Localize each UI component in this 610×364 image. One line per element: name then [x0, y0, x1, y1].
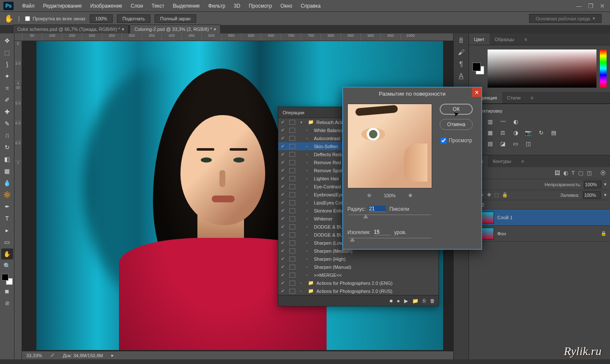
tab-close-icon[interactable]: ×: [214, 27, 216, 32]
history-brush-tool[interactable]: ↻: [1, 142, 13, 153]
dialog-toggle-icon[interactable]: [289, 232, 295, 237]
threshold-input[interactable]: [374, 229, 391, 235]
chevron-icon[interactable]: ›: [306, 160, 311, 165]
chevron-icon[interactable]: ›: [306, 201, 311, 205]
threshold-slider[interactable]: [348, 238, 431, 245]
chevron-icon[interactable]: ›: [306, 193, 311, 197]
threshold-icon[interactable]: ◪: [499, 140, 507, 147]
trash-icon[interactable]: 🗑: [430, 298, 435, 304]
panel-menu-icon[interactable]: ≡: [519, 33, 532, 45]
chevron-icon[interactable]: ›: [306, 168, 311, 173]
chevron-icon[interactable]: ›: [306, 273, 311, 277]
hue-strip[interactable]: [600, 50, 607, 88]
color-picker[interactable]: [488, 50, 596, 88]
menu-select[interactable]: Выделение: [169, 3, 204, 9]
play-icon[interactable]: ▶: [404, 298, 408, 304]
blur-tool[interactable]: 💧: [1, 177, 13, 188]
action-row[interactable]: ✓›>>MERGE<<: [278, 271, 438, 279]
close-icon[interactable]: ✕: [598, 3, 607, 9]
tab-paths[interactable]: Контуры: [488, 155, 516, 167]
dialog-toggle-icon[interactable]: [289, 216, 295, 221]
panel-menu-icon[interactable]: ≡: [516, 155, 529, 167]
dialog-close-button[interactable]: ✕: [472, 88, 481, 97]
bw-icon[interactable]: ◑: [511, 129, 520, 136]
chevron-icon[interactable]: ›: [306, 176, 311, 181]
chevron-icon[interactable]: ›: [306, 128, 311, 132]
chevron-icon[interactable]: ›: [306, 217, 311, 221]
dialog-toggle-icon[interactable]: [289, 152, 295, 157]
chevron-down-icon[interactable]: ▾: [604, 192, 607, 198]
dialog-toggle-icon[interactable]: [289, 128, 295, 133]
menu-edit[interactable]: Редактирование: [39, 3, 86, 9]
preview-checkbox[interactable]: Просмотр: [441, 138, 472, 143]
menu-help[interactable]: Справка: [297, 3, 325, 9]
fit-button[interactable]: Подогнать: [117, 14, 150, 23]
action-row[interactable]: ✓›📁Actions for Photographers 2.0 (RUS): [278, 287, 438, 295]
dialog-toggle-icon[interactable]: [289, 144, 295, 149]
posterize-icon[interactable]: ▧: [486, 140, 494, 147]
dialog-toggle-icon[interactable]: [289, 168, 295, 173]
menu-filter[interactable]: Фильтр: [204, 3, 230, 9]
action-row[interactable]: ✓›Sharpen (Manual): [278, 263, 438, 271]
workspace-selector[interactable]: Основная рабочая среда▾: [529, 14, 602, 23]
dialog-toggle-icon[interactable]: [289, 160, 295, 165]
action-row[interactable]: ✓›📁Actions for Photographers 2.0 (ENG): [278, 279, 438, 287]
exposure-icon[interactable]: ◐: [511, 118, 520, 125]
maximize-icon[interactable]: ❐: [586, 3, 595, 9]
eraser-tool[interactable]: ◧: [1, 154, 13, 165]
zoom-100-button[interactable]: 100%: [90, 14, 113, 23]
filter-smart-icon[interactable]: ◫: [587, 170, 592, 176]
curves-icon[interactable]: 〰: [499, 118, 507, 125]
tab-color[interactable]: Цвет: [469, 33, 490, 45]
pen-tool[interactable]: ✒: [1, 201, 13, 212]
check-icon[interactable]: ✓: [281, 224, 287, 229]
lookup-icon[interactable]: ▤: [549, 129, 558, 136]
hand-tool-icon[interactable]: ✋: [4, 14, 14, 23]
check-icon[interactable]: ✓: [281, 240, 287, 245]
check-icon[interactable]: ✓: [281, 176, 287, 181]
check-icon[interactable]: ✓: [281, 119, 287, 125]
color-swatches[interactable]: [2, 274, 13, 285]
photofilter-icon[interactable]: 📷: [524, 129, 532, 136]
minimize-icon[interactable]: —: [574, 3, 583, 9]
check-icon[interactable]: ✓: [281, 208, 287, 213]
panel-icon[interactable]: 🎚: [458, 37, 465, 44]
chevron-icon[interactable]: ›: [306, 209, 311, 213]
new-set-icon[interactable]: 📁: [412, 298, 419, 304]
dodge-tool[interactable]: 🔆: [1, 189, 13, 200]
check-icon[interactable]: ✓: [281, 256, 287, 262]
dialog-toggle-icon[interactable]: [289, 256, 295, 262]
menu-text[interactable]: Текст: [147, 3, 169, 9]
shape-tool[interactable]: ▭: [1, 237, 13, 248]
wand-tool[interactable]: ✦: [1, 71, 13, 82]
cancel-button[interactable]: Отмена: [440, 119, 473, 130]
menu-file[interactable]: Файл: [18, 3, 39, 9]
stamp-tool[interactable]: ⎍: [1, 130, 13, 141]
dialog-toggle-icon[interactable]: [289, 192, 295, 197]
dialog-toggle-icon[interactable]: [289, 281, 295, 286]
check-icon[interactable]: ✓: [281, 216, 287, 221]
check-icon[interactable]: ✓: [281, 232, 287, 237]
chevron-icon[interactable]: ›: [300, 281, 305, 285]
dialog-toggle-icon[interactable]: [289, 248, 295, 254]
chevron-icon[interactable]: ›: [306, 136, 311, 141]
hand-tool[interactable]: ✋: [1, 248, 13, 259]
check-icon[interactable]: ✓: [281, 280, 287, 286]
dialog-toggle-icon[interactable]: [289, 265, 295, 270]
zoom-tool[interactable]: 🔍: [1, 260, 13, 271]
tab-swatches[interactable]: Образцы: [490, 33, 519, 45]
paragraph-panel-icon[interactable]: ¶: [459, 61, 463, 68]
chevron-icon[interactable]: ›: [306, 249, 311, 253]
chevron-down-icon[interactable]: ▾: [604, 182, 607, 187]
zoom-in-icon[interactable]: ⊕: [408, 193, 412, 198]
dialog-toggle-icon[interactable]: [289, 240, 295, 245]
document-tab[interactable]: Coloring-2.psd @ 33,3% (2, RGB/8) *×: [130, 25, 221, 33]
dialog-toggle-icon[interactable]: [289, 224, 295, 229]
chevron-icon[interactable]: ›: [306, 185, 311, 189]
ok-button[interactable]: ОК: [440, 104, 473, 115]
opacity-input[interactable]: [584, 181, 602, 188]
document-tab[interactable]: Color schemes.psd @ 66,7% (Триада, RGB/8…: [13, 25, 129, 33]
dialog-toggle-icon[interactable]: [289, 208, 295, 213]
brush-tool[interactable]: ✎: [1, 118, 13, 129]
filter-shape-icon[interactable]: ▢: [578, 170, 583, 176]
